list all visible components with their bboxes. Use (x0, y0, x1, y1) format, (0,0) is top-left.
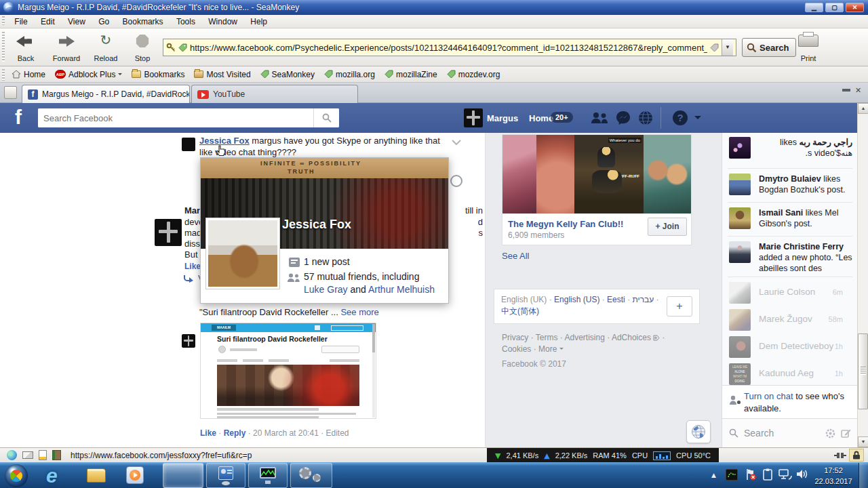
online-plug-icon[interactable] (834, 452, 846, 459)
globe-widget-button[interactable] (686, 420, 711, 443)
url-dropdown-button[interactable]: ▼ (722, 39, 733, 56)
messenger-icon[interactable] (616, 110, 631, 125)
close-tab-button[interactable]: ✕ (855, 86, 861, 95)
tray-clipboard-icon[interactable] (762, 468, 773, 481)
bookmark-adblock-plus[interactable]: ABP Adblock Plus (50, 66, 127, 82)
language-link[interactable]: עברית (632, 295, 654, 304)
chat-settings-gear-icon[interactable] (825, 428, 835, 439)
menu-bookmarks[interactable]: Bookmarks (117, 15, 169, 28)
toolbar-grippy[interactable] (2, 16, 5, 25)
search-button[interactable]: Search (742, 38, 796, 57)
tab-facebook[interactable]: f Margus Meigo - R.I.P David, #DavidRock… (22, 85, 190, 103)
menu-tools[interactable]: Tools (171, 15, 201, 28)
group-photo-tile[interactable] (536, 135, 574, 214)
component-bar-composer-icon[interactable] (39, 450, 47, 460)
group-photo-tile[interactable] (644, 135, 691, 214)
menu-help[interactable]: Help (245, 15, 273, 28)
language-link[interactable]: English (US) (554, 295, 599, 304)
taskbar-explorer-icon[interactable] (87, 468, 106, 483)
facebook-search-input[interactable] (38, 108, 313, 127)
help-icon[interactable]: ? (673, 110, 688, 125)
facebook-search[interactable] (38, 108, 339, 127)
minimize-button[interactable]: ▁ (805, 3, 823, 12)
hovercard-profile-photo[interactable] (205, 218, 280, 289)
taskbar-wmp-icon[interactable] (126, 466, 144, 484)
group-photo-tile[interactable] (502, 135, 536, 214)
new-tab-button[interactable] (4, 86, 17, 99)
bookmark-most-visited[interactable]: Most Visited (189, 66, 255, 82)
reload-button[interactable]: ↻ Reload (88, 30, 123, 64)
url-input[interactable] (190, 43, 707, 53)
taskbar-app-button-gears[interactable] (290, 463, 332, 488)
maximize-button[interactable]: ▢ (825, 3, 844, 12)
bookmark-home[interactable]: Home (7, 66, 50, 82)
taskbar-app-button-control[interactable] (206, 463, 245, 488)
commenter-name-link[interactable]: Jessica Fox (199, 136, 250, 146)
scroll-down-button[interactable]: ▼ (858, 436, 868, 447)
footer-link[interactable]: Terms (536, 333, 558, 342)
chat-contact[interactable]: LEAVE ME ALONE WHAT I'M DOING Kadunud Ae… (729, 363, 852, 388)
start-button[interactable] (5, 464, 28, 487)
join-group-button[interactable]: + Join (648, 218, 687, 236)
chat-contact[interactable]: Laurie Colson 6m (729, 282, 852, 306)
component-bar-mail-icon[interactable] (22, 451, 33, 459)
tray-gpu-icon[interactable] (726, 469, 738, 481)
bookmark-mozillazine[interactable]: mozillaZine (380, 66, 442, 82)
footer-link-adchoices[interactable]: AdChoices (612, 333, 651, 342)
mutual-friend-link[interactable]: Arthur Melhuish (368, 284, 435, 295)
new-message-icon[interactable] (841, 428, 851, 439)
menu-file[interactable]: File (9, 15, 33, 28)
like-link[interactable]: Like (200, 428, 216, 438)
print-button[interactable]: Print (792, 30, 825, 64)
url-tag-icon[interactable] (710, 43, 719, 52)
toolbar-grippy[interactable] (2, 32, 5, 62)
chat-contact[interactable]: Marek Žugov 58m (729, 309, 852, 333)
facebook-logo[interactable]: f (15, 106, 22, 129)
ticker-item[interactable]: Ismail Sani likes Mel Gibson's post. (729, 207, 852, 229)
menu-go[interactable]: Go (93, 15, 115, 28)
ticker-actor[interactable]: Ismail Sani (759, 208, 803, 218)
tray-action-center-icon[interactable] (745, 468, 757, 481)
ticker-actor[interactable]: راجي رحمة ربه (799, 138, 852, 147)
bookmark-bookmarks-folder[interactable]: Bookmarks (127, 66, 189, 82)
tray-clock[interactable]: 17:52 22.03.2017 (812, 465, 854, 487)
bookmark-seamonkey[interactable]: SeaMonkey (256, 66, 319, 82)
back-button[interactable]: Back (7, 30, 45, 64)
ticker-target[interactable]: هنه$'s video. (806, 148, 853, 158)
browser-scrollbar[interactable]: ▲ ▼ (857, 103, 868, 447)
reply-link[interactable]: Reply (224, 428, 246, 438)
margus-avatar-small[interactable] (182, 334, 195, 348)
language-link[interactable]: Eesti (607, 295, 625, 304)
friend-requests-icon[interactable] (590, 112, 609, 124)
scrollbar-thumb[interactable] (858, 333, 868, 409)
menu-window[interactable]: Window (203, 15, 243, 28)
component-bar-addressbook-icon[interactable] (52, 450, 61, 460)
url-bar[interactable]: ▼ (163, 39, 736, 56)
photo-viewer-button[interactable] (450, 175, 462, 187)
commenter-avatar[interactable] (182, 138, 195, 151)
profile-name-link[interactable]: Margus (487, 113, 518, 123)
margus-name-fragment[interactable]: Marg (184, 205, 201, 216)
chat-contact[interactable]: Dem Detectiveboy 1h (729, 336, 852, 361)
comment-timestamp[interactable]: 20 March at 20:41 (253, 428, 319, 438)
facebook-search-button[interactable] (313, 108, 339, 127)
group-name-link[interactable]: The Megyn Kelly Fan Club!! (508, 219, 623, 229)
profile-avatar[interactable] (464, 108, 483, 127)
ticker-actor[interactable]: Marie Christine Ferry (759, 242, 844, 251)
language-link[interactable]: 中文(简体) (501, 306, 539, 316)
taskbar-seamonkey-button[interactable] (163, 463, 203, 488)
scroll-up-button[interactable]: ▲ (858, 103, 868, 114)
margus-avatar[interactable] (155, 219, 182, 246)
bookmark-mozilla-org[interactable]: mozilla.org (319, 66, 380, 82)
window-titlebar[interactable]: Margus Meigo - R.I.P David, #DavidRockef… (0, 0, 868, 15)
tab-list-button[interactable] (842, 89, 850, 92)
show-desktop-button[interactable] (859, 463, 868, 488)
see-all-link[interactable]: See All (502, 251, 529, 261)
taskbar-ie-icon[interactable]: e (46, 464, 66, 486)
tab-youtube[interactable]: YouTube (191, 85, 358, 103)
mutual-friend-link[interactable]: Luke Gray (304, 284, 348, 295)
hovercard-name[interactable]: Jessica Fox (282, 218, 351, 232)
ticker-actor[interactable]: Dmytro Bulaiev (759, 174, 821, 184)
menu-view[interactable]: View (62, 15, 91, 28)
security-lock-chip[interactable] (849, 449, 864, 462)
